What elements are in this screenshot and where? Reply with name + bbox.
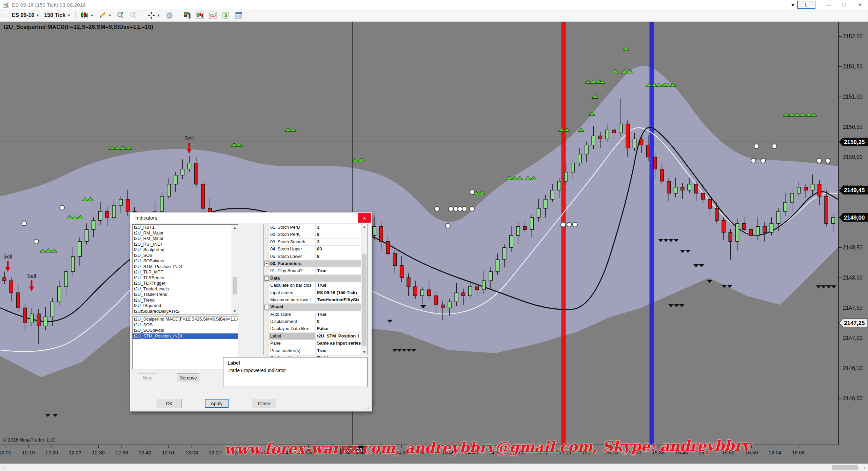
property-row[interactable]: Maximum bars look lTwoHundredFiftySix [264, 296, 367, 304]
interval-selector[interactable]: 150 Tick▼ [42, 11, 73, 19]
scroll-left-icon[interactable]: ‹ [3, 465, 5, 470]
minimize-button[interactable]: — [821, 0, 836, 9]
chart-panel-button[interactable] [194, 10, 206, 20]
apply-button[interactable]: Apply [205, 399, 229, 408]
configured-indicator-item[interactable]: t2U_ScalperInd MACD(F=12,S=26,SM=9,StDev… [133, 316, 238, 322]
market-depth-button[interactable] [181, 10, 194, 20]
available-indicator-item[interactable]: t2U_SOSpivots [133, 258, 238, 264]
property-value[interactable]: 83 [316, 246, 367, 252]
available-indicator-item[interactable]: t2U_STM_Position_INDI [133, 264, 238, 270]
properties-scrollbar[interactable]: ▲ ▼ [361, 224, 367, 355]
property-value[interactable]: t2U_STM_Position_I [316, 333, 367, 340]
zoom-window-button[interactable] [163, 10, 176, 20]
property-row[interactable]: Input seriesES 09-16 (150 Tick) [264, 289, 367, 296]
indicator-properties-grid[interactable]: 01. Stoch PerD302. Stoch PerK803. Stoch … [263, 224, 368, 355]
property-row[interactable]: Labelt2U_STM_Position_I [264, 333, 367, 340]
collapse-icon[interactable]: − [264, 305, 269, 309]
property-value[interactable]: True [316, 347, 367, 354]
line-chart-icon [209, 11, 217, 19]
collapse-icon[interactable]: − [264, 262, 269, 266]
instrument-selector[interactable]: ES 09-16▼ [9, 11, 42, 19]
property-value[interactable]: 3 [316, 239, 367, 245]
maximize-button[interactable]: ❐ [836, 0, 852, 9]
property-section-header[interactable]: −03. Parameters [264, 260, 367, 267]
property-value[interactable]: Same as input series [316, 340, 367, 347]
property-value[interactable]: True [316, 311, 367, 318]
available-indicator-item[interactable]: t2U_Trend [133, 298, 238, 303]
available-indicators-list[interactable]: t2U_RBT1t2U_RM_Majort2U_RM_Minort2U_RSI_… [132, 224, 238, 314]
property-row[interactable]: 05. Stoch Lower8 [264, 253, 367, 260]
scroll-up-icon[interactable]: ▲ [361, 224, 367, 230]
property-section-header[interactable]: −Visual [264, 304, 367, 311]
horizontal-scrollbar[interactable]: ‹ › [0, 464, 868, 471]
scroll-down-icon[interactable]: ▼ [232, 308, 238, 314]
collapse-icon[interactable]: − [264, 276, 269, 281]
scroll-up-icon[interactable]: ▲ [232, 225, 238, 230]
property-value[interactable]: 0 [316, 318, 367, 325]
available-indicator-item[interactable]: t2U_TraderTrend [133, 292, 238, 298]
link-button[interactable]: L [797, 1, 815, 9]
available-indicator-item[interactable]: t2U_TLRSeries [133, 275, 238, 281]
property-value[interactable]: 3 [316, 224, 367, 231]
dialog-close-button[interactable]: x [358, 213, 371, 223]
drawing-tools-button[interactable]: ▼ [96, 10, 114, 20]
new-button[interactable]: New [138, 373, 157, 382]
property-row[interactable]: Calculate on bar closTrue [264, 282, 367, 289]
scrollbar-thumb[interactable] [233, 277, 237, 294]
available-indicator-item[interactable]: t2U_TLR_MTF [133, 269, 238, 275]
data-box-button[interactable] [232, 10, 245, 20]
property-value[interactable]: ES 09-16 (150 Tick) [316, 289, 367, 296]
dialog-title-bar[interactable]: Indicators x [130, 212, 372, 223]
configured-indicator-item[interactable]: t2U_SOS [133, 322, 238, 328]
svg-text:16:04: 16:04 [769, 450, 782, 455]
property-value[interactable]: True [316, 282, 367, 289]
available-list-scrollbar[interactable]: ▲ ▼ [232, 225, 238, 314]
property-value[interactable]: True [316, 267, 367, 274]
available-indicator-item[interactable]: t2U_TraderLevels [133, 286, 238, 292]
property-value[interactable]: 8 [316, 231, 367, 238]
remove-button[interactable]: Remove [177, 373, 199, 382]
available-indicator-item[interactable]: t2U_RM_Major [133, 230, 238, 236]
property-row[interactable]: PanelSame as input series [264, 340, 367, 347]
toolbar-grip[interactable]: ⁞ [2, 13, 2, 18]
zoom-in-button[interactable] [114, 10, 127, 20]
available-indicator-item[interactable]: t2U_RM_Minor [133, 236, 238, 242]
property-row[interactable]: Price marker(s)True [264, 347, 367, 354]
scrollbar-thumb[interactable] [832, 465, 858, 470]
scrollbar-thumb[interactable] [362, 254, 367, 346]
available-indicator-item[interactable]: t2U_SOS [133, 253, 238, 259]
property-row[interactable]: Auto scaleTrue [264, 311, 367, 318]
property-row[interactable]: 02. Stoch PerK8 [264, 231, 367, 238]
available-indicator-item[interactable]: t2UtSquaredDailyATR2 [133, 309, 238, 314]
property-row[interactable]: 01. Stoch PerD3 [264, 224, 367, 231]
scroll-right-icon[interactable]: › [864, 465, 866, 470]
available-indicator-item[interactable]: t2U_tSquared [133, 303, 238, 309]
property-section-header[interactable]: −Data [264, 275, 367, 282]
close-button[interactable]: ✕ [852, 0, 868, 9]
ok-button[interactable]: OK [157, 399, 182, 408]
line-chart-button[interactable] [206, 10, 219, 20]
scroll-down-icon[interactable]: ▼ [361, 349, 367, 355]
available-indicator-item[interactable]: t2U_RSI_INDI [133, 242, 238, 247]
property-row[interactable]: Display in Data BoxFalse [264, 325, 367, 332]
property-row[interactable]: 04. Stoch Upper83 [264, 246, 367, 253]
account-data-button[interactable]: $ [219, 10, 232, 20]
svg-text:16:08: 16:08 [792, 450, 805, 455]
property-row[interactable]: 01. Play Sound?True [264, 267, 367, 274]
configured-indicator-item[interactable]: t2U_SOSpivots [133, 328, 238, 333]
dialog-resize-grip[interactable]: ⠿ [367, 407, 371, 410]
configured-indicators-list[interactable]: t2U_ScalperInd MACD(F=12,S=26,SM=9,StDev… [132, 316, 238, 369]
configured-indicator-item[interactable]: t2U_STM_Position_INDI [133, 333, 238, 339]
property-row[interactable]: 03. Stoch Smooth3 [264, 239, 367, 246]
available-indicator-item[interactable]: t2U_RBT1 [133, 225, 238, 230]
available-indicator-item[interactable]: t2U_TLRTrigger [133, 281, 238, 286]
property-value[interactable]: TwoHundredFiftySix [316, 296, 367, 303]
property-row[interactable]: Displacement0 [264, 318, 367, 325]
property-value[interactable]: False [316, 325, 367, 332]
bar-style-button[interactable]: ▼ [78, 10, 96, 20]
zoom-out-button[interactable] [127, 10, 140, 20]
close-dialog-button[interactable]: Close [252, 399, 276, 408]
cursor-mode-button[interactable]: ▼ [145, 10, 163, 20]
available-indicator-item[interactable]: t2U_ScalperInd [133, 247, 238, 253]
property-value[interactable]: 8 [316, 253, 367, 260]
